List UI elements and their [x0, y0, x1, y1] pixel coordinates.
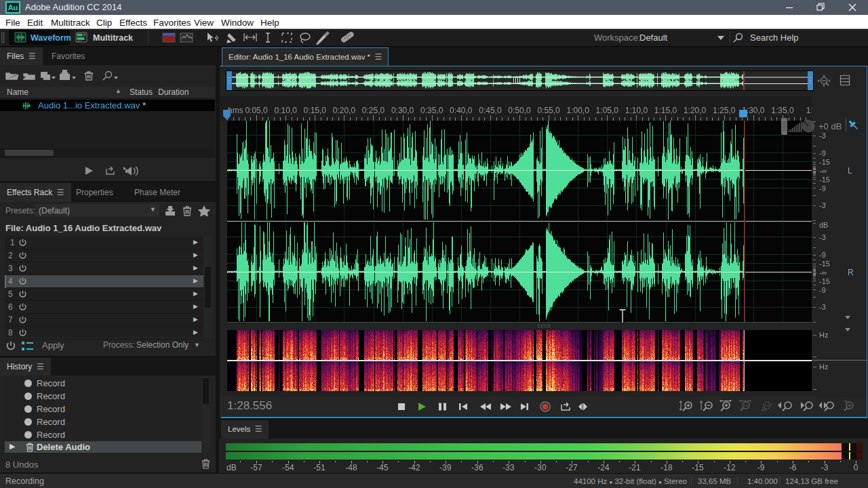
svg-text:Multitrack: Multitrack — [93, 33, 133, 43]
svg-text:Waveform: Waveform — [31, 33, 71, 43]
